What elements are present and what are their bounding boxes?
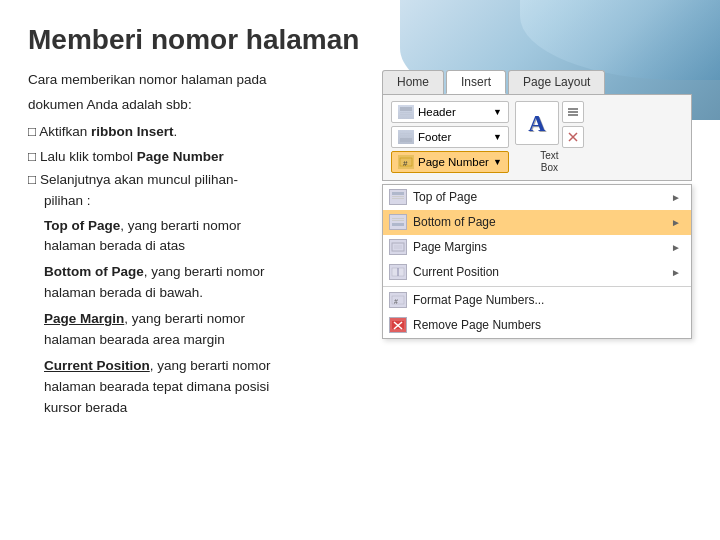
menu-arrow-1: ► bbox=[671, 217, 681, 228]
right-extra-buttons bbox=[562, 101, 584, 148]
svg-rect-0 bbox=[400, 107, 412, 111]
header-dropdown-arrow: ▼ bbox=[493, 107, 502, 117]
step2: □ Lalu klik tombol Page Number bbox=[28, 147, 358, 168]
page-number-button[interactable]: # Page Number ▼ bbox=[391, 151, 509, 173]
svg-rect-2 bbox=[400, 114, 412, 115]
menu-item-bottom-of-page[interactable]: Bottom of Page ► bbox=[383, 210, 691, 235]
svg-text:#: # bbox=[394, 298, 398, 305]
desc-line1: Cara memberikan nomor halaman pada bbox=[28, 70, 358, 91]
svg-rect-3 bbox=[400, 133, 412, 134]
step1: □ Aktifkan ribbon Insert. bbox=[28, 122, 358, 143]
bottom-of-page-text: Bottom of Page, yang berarti nomorhalama… bbox=[44, 262, 358, 304]
header-icon bbox=[398, 105, 414, 119]
svg-rect-11 bbox=[392, 218, 404, 219]
menu-item-top-of-page[interactable]: Top of Page ► bbox=[383, 185, 691, 210]
current-position-text: Current Position, yang berarti nomorhala… bbox=[44, 356, 358, 419]
svg-text:#: # bbox=[403, 159, 408, 168]
menu-icon-format: # bbox=[389, 292, 407, 308]
tab-page-layout[interactable]: Page Layout bbox=[508, 70, 605, 94]
step1-icon: □ bbox=[28, 124, 39, 139]
ribbon-group-left: Header ▼ Footer ▼ # Page Nu bbox=[391, 101, 509, 173]
page-margin-text: Page Margin, yang berarti nomorhalaman b… bbox=[44, 309, 358, 351]
header-button[interactable]: Header ▼ bbox=[391, 101, 509, 123]
tab-home[interactable]: Home bbox=[382, 70, 444, 94]
pagenumber-icon: # bbox=[398, 155, 414, 169]
svg-rect-1 bbox=[400, 112, 412, 113]
step3: □ Selanjutnya akan muncul pilihan- pilih… bbox=[28, 170, 358, 212]
step3-icon: □ bbox=[28, 172, 40, 187]
menu-arrow-3: ► bbox=[671, 267, 681, 278]
dropdown-menu: Top of Page ► Bottom of Page ► Page bbox=[382, 184, 692, 339]
footer-button[interactable]: Footer ▼ bbox=[391, 126, 509, 148]
menu-icon-bottom bbox=[389, 214, 407, 230]
menu-item-remove[interactable]: Remove Page Numbers bbox=[383, 313, 691, 338]
tab-insert[interactable]: Insert bbox=[446, 70, 506, 94]
extra-btn-2[interactable] bbox=[562, 126, 584, 148]
footer-icon bbox=[398, 130, 414, 144]
textbox-button[interactable]: A bbox=[515, 101, 559, 145]
svg-rect-15 bbox=[394, 245, 402, 249]
svg-rect-4 bbox=[400, 135, 412, 136]
svg-rect-12 bbox=[392, 220, 404, 221]
menu-separator bbox=[383, 286, 691, 287]
left-panel: Cara memberikan nomor halaman pada dokum… bbox=[28, 70, 358, 424]
menu-item-current-position[interactable]: Current Position ► bbox=[383, 260, 691, 285]
menu-arrow-0: ► bbox=[671, 192, 681, 203]
menu-icon-current bbox=[389, 264, 407, 280]
svg-rect-13 bbox=[392, 223, 404, 226]
ribbon-group-right: A Text Box bbox=[515, 101, 584, 174]
menu-icon-remove bbox=[389, 317, 407, 333]
menu-item-page-margins[interactable]: Page Margins ► bbox=[383, 235, 691, 260]
menu-arrow-2: ► bbox=[671, 242, 681, 253]
right-panel: Home Insert Page Layout Header bbox=[382, 70, 692, 339]
svg-rect-5 bbox=[400, 138, 412, 142]
main-layout: Cara memberikan nomor halaman pada dokum… bbox=[28, 70, 692, 424]
menu-item-format[interactable]: # Format Page Numbers... bbox=[383, 288, 691, 313]
textbox-label: Text Box bbox=[540, 150, 558, 174]
menu-icon-top bbox=[389, 189, 407, 205]
extra-btn-1[interactable] bbox=[562, 101, 584, 123]
desc-line2: dokumen Anda adalah sbb: bbox=[28, 95, 358, 116]
menu-icon-margins bbox=[389, 239, 407, 255]
svg-rect-9 bbox=[392, 196, 404, 197]
page-title: Memberi nomor halaman bbox=[28, 24, 692, 56]
footer-dropdown-arrow: ▼ bbox=[493, 132, 502, 142]
indent-block: Top of Page, yang berarti nomorhalaman b… bbox=[44, 216, 358, 419]
svg-rect-10 bbox=[392, 198, 404, 199]
step2-icon: □ bbox=[28, 149, 40, 164]
ribbon-content: Header ▼ Footer ▼ # Page Nu bbox=[382, 94, 692, 181]
ribbon-tabs: Home Insert Page Layout bbox=[382, 70, 692, 94]
pagenumber-dropdown-arrow: ▼ bbox=[493, 157, 502, 167]
svg-rect-8 bbox=[392, 192, 404, 195]
top-of-page-text: Top of Page, yang berarti nomorhalaman b… bbox=[44, 216, 358, 258]
